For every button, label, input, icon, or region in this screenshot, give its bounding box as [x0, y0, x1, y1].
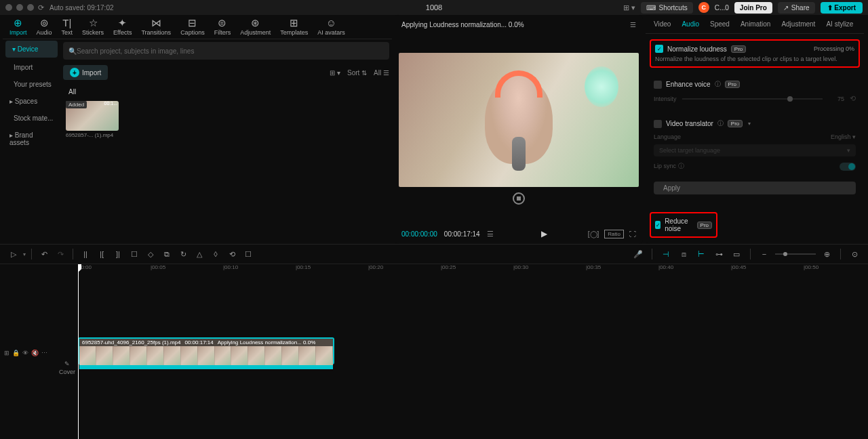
reset-icon[interactable]: ⟲	[850, 94, 856, 103]
sidebar-brand[interactable]: ▸ Brand assets	[3, 127, 60, 151]
cover-button[interactable]: ✎ Cover	[59, 360, 75, 375]
undo-button[interactable]: ↶	[37, 247, 51, 261]
user-name: C...0	[715, 4, 729, 12]
aspect-icon[interactable]: ⊞ ▾	[623, 3, 635, 12]
alert-tool[interactable]: △	[193, 247, 206, 261]
track-visibility-icon[interactable]: 👁	[22, 350, 28, 356]
zoom-in-icon[interactable]: ⊕	[820, 247, 833, 261]
normalize-desc: Normalize the loudness of the selected c…	[655, 56, 854, 62]
props-tab-ai-stylize[interactable]: AI stylize	[826, 20, 853, 28]
zoom-slider[interactable]	[775, 253, 816, 255]
tab-filters[interactable]: ⊜Filters	[214, 18, 231, 36]
sidebar-stock[interactable]: Stock mate...	[3, 110, 60, 127]
sidebar-import[interactable]: Import	[3, 59, 60, 76]
props-tab-video[interactable]: Video	[654, 20, 671, 28]
refresh-icon[interactable]: ⟳	[38, 3, 44, 12]
all-filter[interactable]: All ☰	[374, 69, 389, 77]
mask-tool[interactable]: ☐	[241, 247, 255, 261]
flip-tool[interactable]: ⟲	[225, 247, 239, 261]
preview-menu-icon[interactable]: ☰	[630, 21, 636, 28]
window-controls[interactable]	[5, 4, 34, 11]
tab-effects[interactable]: ✦Effects	[113, 18, 132, 36]
export-button[interactable]: ⬆ Export	[821, 2, 863, 14]
fullscreen-icon[interactable]: ⛶	[629, 230, 636, 238]
props-tab-animation[interactable]: Animation	[741, 20, 770, 28]
added-badge: Added	[66, 101, 87, 108]
track-settings-icon[interactable]: ⊞	[4, 350, 9, 356]
playhead[interactable]	[78, 264, 79, 439]
join-pro-button[interactable]: Join Pro	[734, 2, 772, 14]
tab-audio[interactable]: ⊚Audio	[37, 18, 52, 36]
close-window[interactable]	[5, 4, 12, 11]
scan-icon[interactable]: [◯]	[588, 230, 599, 238]
select-tool[interactable]: ▷	[7, 247, 20, 261]
info-icon[interactable]: ⓘ	[717, 119, 724, 128]
sidebar-spaces[interactable]: ▸ Spaces	[3, 93, 60, 110]
share-button[interactable]: ↗Share	[778, 2, 815, 14]
tab-stickers[interactable]: ☆Stickers	[82, 18, 104, 36]
mic-icon[interactable]: 🎤	[631, 247, 645, 261]
crop-tool[interactable]: ☐	[127, 247, 141, 261]
keyboard-icon: ⌨	[646, 4, 656, 12]
redo-button[interactable]: ↷	[54, 247, 67, 261]
chevron-down-icon[interactable]: ▾	[748, 121, 751, 127]
tab-captions[interactable]: ⊟Captions	[180, 18, 205, 36]
maximize-window[interactable]	[27, 4, 34, 11]
marker-tool[interactable]: ◇	[144, 247, 157, 261]
duplicate-tool[interactable]: ⧉	[160, 247, 174, 261]
trim-right-tool[interactable]: ]|	[111, 247, 125, 261]
tab-ai-avatars[interactable]: ☺AI avatars	[317, 18, 345, 36]
props-tab-audio[interactable]: Audio	[682, 20, 699, 28]
intensity-slider[interactable]	[682, 98, 823, 100]
magnet-icon[interactable]: ⧈	[677, 247, 690, 261]
tab-templates[interactable]: ⊞Templates	[280, 18, 308, 36]
reduce-noise-checkbox[interactable]: ✓	[655, 221, 660, 229]
sidebar-device[interactable]: ▾ Device	[5, 41, 58, 58]
play-button[interactable]: ▶	[541, 229, 547, 238]
sidebar-your-presets[interactable]: Your presets	[3, 76, 60, 93]
shortcuts-button[interactable]: ⌨Shortcuts	[641, 2, 692, 14]
tab-text[interactable]: T|Text	[62, 18, 73, 36]
rotate-tool[interactable]: ◊	[209, 247, 222, 261]
track-more-icon[interactable]: ⋯	[41, 350, 47, 356]
ratio-button[interactable]: Ratio	[604, 230, 624, 238]
track-mute-icon[interactable]: 🔇	[31, 350, 39, 356]
speed-tool[interactable]: ↻	[176, 247, 190, 261]
tab-import[interactable]: ⊕Import	[9, 18, 27, 36]
reduce-noise-block: ✓ Reduce noise Pro	[650, 212, 717, 238]
sort-button[interactable]: Sort ⇅	[347, 69, 367, 77]
target-language-select[interactable]: Select target language▾	[654, 144, 856, 156]
media-thumb[interactable]: Added 00:1... 6952857-... (1).mp4	[66, 101, 119, 138]
timeline-tracks[interactable]: 00:00 |00:05 |00:10 |00:15 |00:20 |00:25…	[78, 264, 868, 439]
lip-sync-toggle[interactable]	[840, 163, 856, 171]
magnet-start-icon[interactable]: ⊣	[659, 247, 673, 261]
tab-transitions[interactable]: ⋈Transitions	[141, 18, 171, 36]
trim-left-tool[interactable]: |[	[95, 247, 108, 261]
minimize-window[interactable]	[16, 4, 23, 11]
info-icon[interactable]: ⓘ	[715, 80, 721, 89]
bars-icon[interactable]: ☰	[487, 230, 494, 238]
enhance-checkbox[interactable]	[654, 81, 662, 89]
normalize-checkbox[interactable]: ✓	[655, 45, 663, 53]
preview-icon[interactable]: ▭	[730, 247, 743, 261]
fit-icon[interactable]: ⊙	[848, 247, 861, 261]
video-preview[interactable]	[399, 53, 639, 187]
grid-view-icon[interactable]: ⊞ ▾	[330, 69, 340, 77]
user-avatar[interactable]: C	[698, 2, 709, 13]
props-tab-speed[interactable]: Speed	[710, 20, 730, 28]
translator-checkbox[interactable]	[654, 120, 662, 128]
zoom-out-icon[interactable]: −	[757, 247, 771, 261]
search-input[interactable]: 🔍 Search project, subjects in image, lin…	[63, 42, 389, 60]
tab-adjustment[interactable]: ⊛Adjustment	[240, 18, 271, 36]
captions-tab-icon: ⊟	[188, 18, 197, 28]
split-tool[interactable]: ||	[79, 247, 92, 261]
track-lock-icon[interactable]: 🔒	[12, 350, 20, 356]
magnet-end-icon[interactable]: ⊢	[694, 247, 708, 261]
props-tab-adjustment[interactable]: Adjustment	[781, 20, 815, 28]
link-icon[interactable]: ⊶	[712, 247, 726, 261]
apply-button[interactable]: Apply	[654, 182, 856, 194]
timeline-clip[interactable]: 6952857-uhd_4096_2160_25fps (1).mp4 00:0…	[78, 337, 334, 364]
stop-button[interactable]	[513, 192, 525, 205]
import-button[interactable]: +Import	[63, 65, 108, 80]
timeline-ruler[interactable]: 00:00 |00:05 |00:10 |00:15 |00:20 |00:25…	[78, 264, 868, 278]
